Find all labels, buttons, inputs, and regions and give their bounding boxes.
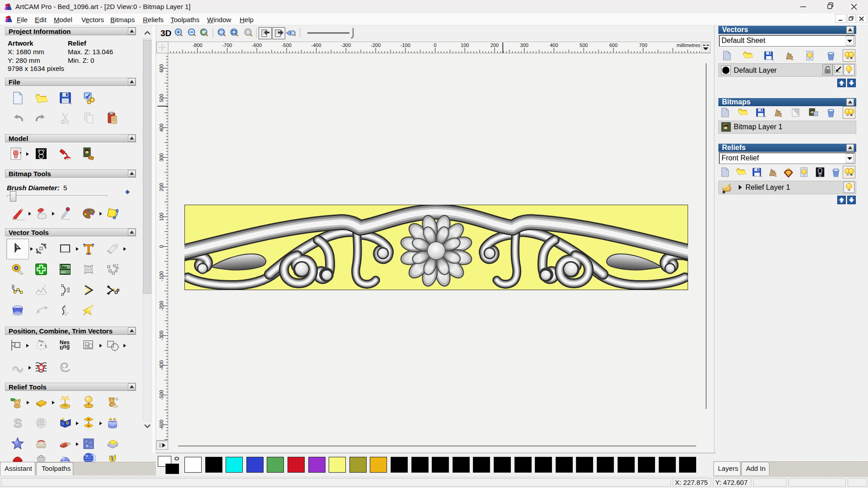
svg-text:300: 300 <box>159 153 164 161</box>
svg-text:-700: -700 <box>222 42 232 48</box>
svg-text:300: 300 <box>520 42 528 48</box>
svg-text:-400: -400 <box>159 360 164 370</box>
svg-text:400: 400 <box>550 42 558 48</box>
svg-text:-100: -100 <box>401 42 410 48</box>
svg-text:600: 600 <box>159 64 164 72</box>
svg-text:-300: -300 <box>341 42 351 48</box>
svg-text:0: 0 <box>159 245 164 248</box>
svg-text:400: 400 <box>159 123 164 131</box>
svg-text:-600: -600 <box>159 420 164 430</box>
svg-text:b: b <box>66 420 69 426</box>
svg-text:-600: -600 <box>252 42 262 48</box>
svg-text:500: 500 <box>580 42 588 48</box>
svg-text:-400: -400 <box>311 42 321 48</box>
svg-text:700: 700 <box>639 42 647 48</box>
svg-text:ting: ting <box>60 343 70 351</box>
svg-text:ABC: ABC <box>61 271 66 274</box>
svg-text:500: 500 <box>159 94 164 102</box>
svg-text:200: 200 <box>159 183 164 191</box>
svg-text:-800: -800 <box>193 42 203 48</box>
svg-text:0: 0 <box>434 42 436 48</box>
svg-text:-500: -500 <box>159 390 164 400</box>
svg-text:600: 600 <box>609 42 618 48</box>
svg-text:on: on <box>44 344 48 348</box>
svg-text:100: 100 <box>461 42 469 48</box>
svg-text:200: 200 <box>491 42 499 48</box>
svg-text:-100: -100 <box>159 271 164 281</box>
svg-text:-500: -500 <box>282 42 292 48</box>
svg-text:text: text <box>38 339 44 343</box>
svg-text:millimetres: millimetres <box>676 42 700 48</box>
svg-text:100: 100 <box>159 213 164 221</box>
svg-text:-200: -200 <box>371 42 381 48</box>
svg-text:-300: -300 <box>159 331 164 341</box>
svg-text:-200: -200 <box>159 301 164 311</box>
svg-text:S: S <box>14 416 22 430</box>
